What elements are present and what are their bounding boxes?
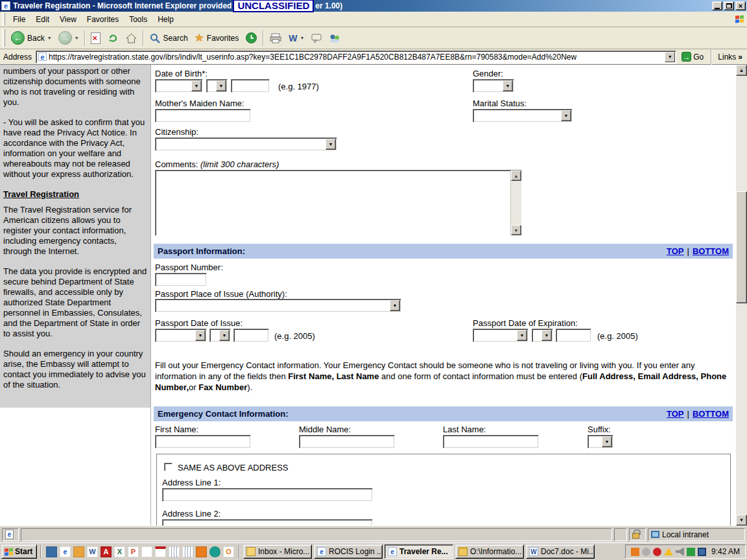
- citizenship-select[interactable]: ▼: [155, 137, 337, 151]
- bottom-link[interactable]: BOTTOM: [693, 409, 729, 419]
- tray-icon[interactable]: [642, 548, 650, 556]
- task-button-inbox[interactable]: Inbox - Micro...: [243, 544, 312, 559]
- toolbar-gripper[interactable]: [2, 13, 5, 25]
- middle-name-input[interactable]: [299, 435, 395, 449]
- address-line1-input[interactable]: [162, 488, 373, 502]
- forward-button[interactable]: → ▼: [55, 29, 82, 48]
- suffix-select[interactable]: ▼: [587, 435, 613, 449]
- address-line2-input[interactable]: [162, 519, 373, 526]
- chevron-down-icon[interactable]: ▼: [561, 110, 571, 121]
- expiration-year-input[interactable]: [556, 329, 591, 342]
- tray-volume-icon[interactable]: [676, 548, 684, 556]
- quicklaunch-powerpoint-icon[interactable]: P: [128, 546, 139, 557]
- quicklaunch-acrobat-icon[interactable]: A: [101, 546, 112, 557]
- scroll-up-button[interactable]: ▲: [736, 65, 747, 76]
- address-input[interactable]: e https://travelregistration.state.gov/i…: [36, 51, 676, 64]
- tray-icon[interactable]: [631, 548, 639, 556]
- same-address-checkbox[interactable]: [164, 463, 172, 471]
- tray-icon[interactable]: [687, 548, 695, 556]
- address-dropdown-button[interactable]: ▼: [665, 52, 675, 62]
- quicklaunch-icon[interactable]: [196, 546, 207, 557]
- scrollbar-thumb[interactable]: [736, 191, 747, 303]
- issue-day-select[interactable]: ▼: [209, 329, 231, 342]
- discuss-button[interactable]: [307, 29, 326, 48]
- marital-status-select[interactable]: ▼: [473, 109, 573, 122]
- chevron-down-icon[interactable]: ▼: [517, 330, 527, 341]
- chevron-down-icon[interactable]: ▼: [75, 36, 79, 40]
- bottom-link[interactable]: BOTTOM: [693, 246, 729, 256]
- links-bar[interactable]: Links »: [717, 52, 745, 62]
- close-button[interactable]: ×: [735, 1, 746, 10]
- task-button-rocis[interactable]: e ROCIS Login ...: [314, 544, 383, 559]
- gender-select[interactable]: ▼: [473, 79, 514, 93]
- toolbar-gripper[interactable]: [2, 29, 5, 46]
- passport-place-of-issue-select[interactable]: ▼: [155, 299, 401, 312]
- tray-icon[interactable]: [653, 548, 661, 556]
- quicklaunch-calendar-icon[interactable]: [155, 546, 166, 557]
- links-overflow-icon[interactable]: »: [738, 52, 742, 62]
- quicklaunch-word-icon[interactable]: W: [87, 546, 98, 557]
- tray-alert-icon[interactable]: [664, 548, 673, 555]
- expiration-day-select[interactable]: ▼: [532, 329, 553, 342]
- issue-month-select[interactable]: ▼: [155, 329, 207, 342]
- quicklaunch-icon[interactable]: [169, 546, 180, 557]
- chevron-down-icon[interactable]: ▼: [602, 436, 612, 447]
- restore-button[interactable]: [724, 1, 734, 10]
- chevron-down-icon[interactable]: ▼: [191, 80, 202, 91]
- start-button[interactable]: Start: [1, 544, 37, 559]
- quicklaunch-excel-icon[interactable]: X: [114, 546, 125, 557]
- issue-year-input[interactable]: [233, 329, 269, 342]
- scroll-down-button[interactable]: ▼: [736, 515, 747, 526]
- task-button-traveler-active[interactable]: e Traveler Re...: [385, 544, 453, 559]
- chevron-down-icon[interactable]: ▼: [195, 330, 206, 341]
- messenger-button[interactable]: [326, 29, 344, 48]
- history-button[interactable]: [242, 29, 261, 48]
- chevron-down-icon[interactable]: ▼: [300, 36, 304, 40]
- passport-number-input[interactable]: [155, 273, 207, 286]
- chevron-down-icon[interactable]: ▼: [326, 139, 336, 150]
- comments-textarea[interactable]: ▲ ▼: [155, 170, 522, 236]
- chevron-down-icon[interactable]: ▼: [216, 80, 226, 91]
- chevron-down-icon[interactable]: ▼: [219, 330, 230, 341]
- quicklaunch-icon[interactable]: [209, 546, 220, 557]
- last-name-input[interactable]: [443, 435, 539, 449]
- expiration-month-select[interactable]: ▼: [473, 329, 528, 342]
- top-link[interactable]: TOP: [667, 246, 684, 256]
- tray-display-icon[interactable]: [698, 548, 706, 556]
- refresh-button[interactable]: [104, 29, 122, 48]
- home-button[interactable]: [122, 29, 141, 48]
- task-button-folder[interactable]: O:\Informatio...: [455, 544, 524, 559]
- menu-help[interactable]: Help: [152, 13, 179, 26]
- menu-edit[interactable]: Edit: [30, 13, 54, 26]
- stop-button[interactable]: ×: [88, 29, 104, 48]
- quicklaunch-icon[interactable]: [141, 546, 152, 557]
- quicklaunch-internet-explorer-icon[interactable]: e: [60, 546, 71, 557]
- favorites-button[interactable]: ★ Favorites: [191, 29, 243, 48]
- chevron-down-icon[interactable]: ▼: [47, 36, 52, 40]
- edit-with-word-button[interactable]: W ▼: [285, 29, 307, 48]
- scroll-down-button[interactable]: ▼: [511, 225, 521, 235]
- chevron-down-icon[interactable]: ▼: [541, 330, 552, 341]
- go-button[interactable]: → Go: [679, 52, 706, 62]
- scroll-up-button[interactable]: ▲: [511, 170, 521, 181]
- quicklaunch-outlook-icon[interactable]: [73, 546, 84, 557]
- menu-view[interactable]: View: [54, 13, 82, 26]
- menu-file[interactable]: File: [8, 13, 30, 26]
- chevron-down-icon[interactable]: ▼: [390, 300, 400, 311]
- first-name-input[interactable]: [155, 435, 251, 449]
- search-button[interactable]: Search: [146, 29, 191, 48]
- minimize-button[interactable]: [712, 1, 722, 10]
- menu-favorites[interactable]: Favorites: [82, 13, 124, 26]
- quicklaunch-show-desktop-icon[interactable]: [46, 546, 57, 557]
- chevron-down-icon[interactable]: ▼: [503, 80, 513, 91]
- mothers-maiden-name-input[interactable]: [155, 109, 251, 122]
- quicklaunch-icon[interactable]: [182, 546, 193, 557]
- textarea-scrollbar[interactable]: ▲ ▼: [510, 170, 521, 235]
- dob-year-input[interactable]: [231, 79, 270, 93]
- vertical-scrollbar[interactable]: ▲ ▼: [736, 65, 747, 526]
- menu-tools[interactable]: Tools: [124, 13, 152, 26]
- dob-day-select[interactable]: ▼: [206, 79, 228, 93]
- dob-month-select[interactable]: ▼: [155, 79, 203, 93]
- task-button-doc7[interactable]: W Doc7.doc - Mi...: [526, 544, 595, 559]
- back-button[interactable]: ← Back ▼: [8, 29, 55, 48]
